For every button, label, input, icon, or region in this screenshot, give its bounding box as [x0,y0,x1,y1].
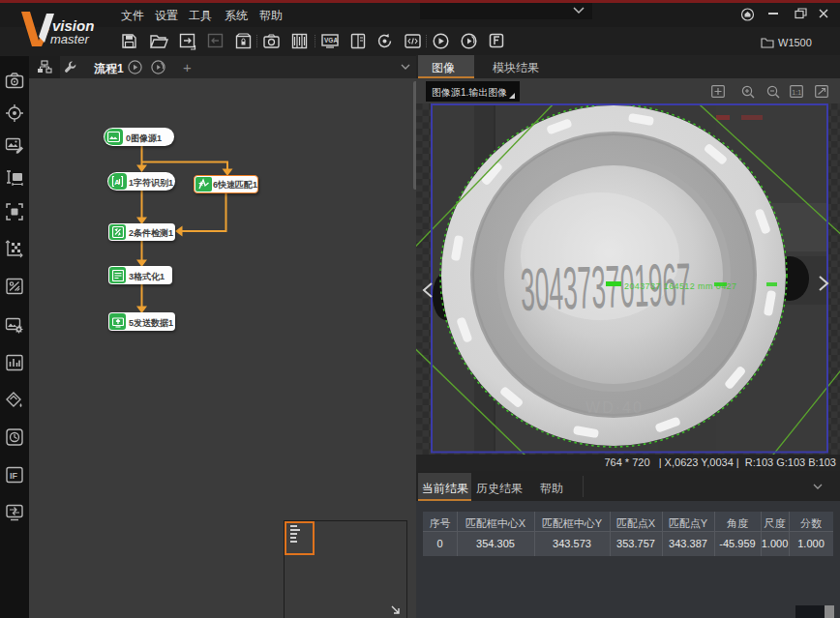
svg-text:VGA: VGA [324,37,338,44]
svg-text:WD·40: WD·40 [585,399,644,416]
svg-text:master: master [50,32,89,46]
svg-text:IF: IF [10,471,18,481]
svg-text:1:1: 1:1 [792,89,801,96]
